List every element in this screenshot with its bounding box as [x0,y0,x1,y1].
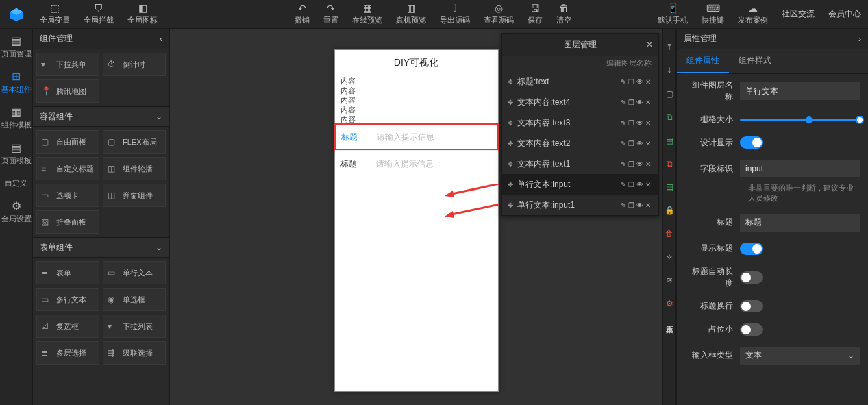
text-content-0[interactable]: 内容 [335,76,498,86]
top-重置[interactable]: ↷重置 [317,0,345,29]
design-display-toggle[interactable] [740,136,763,149]
top-查看源码[interactable]: ◎查看源码 [477,0,521,29]
tab-component-style[interactable]: 组件样式 [729,49,781,73]
component-级联选择[interactable]: ⇶级联选择 [103,341,166,365]
component-单选框[interactable]: ◉单选框 [103,288,166,311]
top-发布案例[interactable]: ☁发布案例 [731,0,775,29]
component-自由面板[interactable]: ▢自由面板 [36,130,99,154]
rail-tool-1[interactable]: ⤓ [662,59,676,82]
layer-item-ops[interactable]: ✎❐👁✕ [621,201,653,209]
component-label: 自由面板 [56,137,86,147]
text-content-3[interactable]: 内容 [335,105,498,114]
top-全局变量[interactable]: ⬚全局变量 [33,0,77,29]
layer-item-5[interactable]: ✥单行文本:input✎❐👁✕ [502,174,658,195]
rail-tool-2[interactable]: ▢ [662,82,676,106]
layer-item-ops[interactable]: ✎❐👁✕ [621,99,653,106]
rail-tool-0[interactable]: ⤒ [662,36,676,59]
layer-item-name: 单行文本:input [517,179,621,191]
component-倒计时[interactable]: ⏱倒计时 [103,53,166,76]
页面管理-icon: ▤ [0,34,33,47]
component-FLEX布局[interactable]: ▢FLEX布局 [103,130,166,154]
text-content-1[interactable]: 内容 [335,86,498,95]
rail-tool-4[interactable]: ▤ [662,129,676,152]
top-link-会员中心[interactable]: 会员中心 [821,8,868,20]
group-表单组件[interactable]: 表单组件⌄ [33,237,169,258]
component-组件轮播[interactable]: ◫组件轮播 [103,157,166,180]
rail-全局设置[interactable]: ⚙全局设置 [0,194,33,230]
expand-icon[interactable]: › [858,34,861,44]
layer-name-input[interactable] [740,82,860,100]
layer-item-6[interactable]: ✥单行文本:input1✎❐👁✕ [502,195,658,215]
title-wrap-toggle[interactable] [740,300,763,312]
layer-item-ops[interactable]: ✎❐👁✕ [621,160,653,168]
component-下拉列表[interactable]: ▾下拉列表 [103,315,166,338]
group-容器组件[interactable]: 容器组件⌄ [33,106,169,127]
top-保存[interactable]: 🖫保存 [521,0,549,29]
rail-tool-5[interactable]: ⧉ [662,152,676,175]
layer-item-1[interactable]: ✥文本内容:text4✎❐👁✕ [502,92,658,112]
component-腾讯地图[interactable]: 📍腾讯地图 [36,79,99,103]
rail-tool-7[interactable]: 🔒 [662,199,676,222]
input-row-0[interactable]: 标题请输入提示信息 [334,123,499,151]
grid-slider[interactable] [740,119,860,121]
component-label: 多行文本 [56,295,86,305]
top-快捷键[interactable]: ⌨快捷键 [695,0,731,29]
top-导出源码[interactable]: ⇩导出源码 [433,0,477,29]
layer-item-ops[interactable]: ✎❐👁✕ [621,119,653,127]
top-真机预览[interactable]: ▥真机预览 [389,0,433,29]
component-选项卡[interactable]: ▭选项卡 [36,184,99,207]
layer-item-3[interactable]: ✥文本内容:text2✎❐👁✕ [502,133,658,154]
placeholder-small-toggle[interactable] [740,323,763,336]
text-content-4[interactable]: 内容 [335,114,498,124]
rail-基本组件[interactable]: ⊞基本组件 [0,64,33,100]
component-表单[interactable]: ≣表单 [36,261,99,284]
component-单行文本[interactable]: ▭单行文本 [103,261,166,284]
top-全局图标[interactable]: ◧全局图标 [121,0,164,29]
top-link-社区交流[interactable]: 社区交流 [775,8,821,20]
rail-tool-9[interactable]: ✧ [662,245,676,269]
field-id-input[interactable] [740,160,860,177]
rail-tool-11[interactable]: ⚙ [662,292,676,315]
top-撤销[interactable]: ↶撤销 [288,0,317,29]
top-全局拦截[interactable]: ⛉全局拦截 [77,0,121,29]
phone-frame: DIY可视化 内容内容内容内容内容 标题请输入提示信息标题请输入提示信息 [334,49,499,392]
component-弹窗组件[interactable]: ◫弹窗组件 [103,184,166,207]
rail-页面模板[interactable]: ▤页面模板 [0,136,33,171]
show-title-toggle[interactable] [740,243,763,255]
layer-item-ops[interactable]: ✎❐👁✕ [621,78,653,86]
input-row-1[interactable]: 标题请输入提示信息 [335,150,498,177]
rail-组件模板[interactable]: ▦组件模板 [0,100,33,136]
component-下拉菜单[interactable]: ▾下拉菜单 [36,53,99,76]
left-rail: ▤页面管理⊞基本组件▦组件模板▤页面模板自定义⚙全局设置 [0,29,33,405]
collapse-icon[interactable]: ‹ [160,34,162,44]
close-icon[interactable]: ✕ [646,40,653,49]
input-type-select[interactable]: 文本 ⌄ [740,347,860,365]
prop-label-title: 标题 [685,217,733,228]
tab-component-props[interactable]: 组件属性 [677,49,729,73]
rail-tool-8[interactable]: 🗑 [662,222,676,245]
component-折叠面板[interactable]: ▧折叠面板 [36,210,99,234]
折叠面板-icon: ▧ [41,217,52,227]
component-复选框[interactable]: ☑复选框 [36,315,99,338]
top-默认手机[interactable]: 📱默认手机 [651,0,695,29]
top-清空[interactable]: 🗑清空 [549,0,578,29]
component-多层选择[interactable]: ≣多层选择 [36,341,99,365]
text-content-2[interactable]: 内容 [335,95,498,105]
component-自定义标题[interactable]: ≡自定义标题 [36,157,99,180]
title-input[interactable] [740,214,860,232]
rail-tool-6[interactable]: ▤ [662,175,676,199]
top-在线预览[interactable]: ▦在线预览 [345,0,389,29]
layer-item-2[interactable]: ✥文本内容:text3✎❐👁✕ [502,112,658,133]
rail-tool-10[interactable]: ≋ [662,269,676,292]
rail-页面管理[interactable]: ▤页面管理 [0,29,33,64]
rail-自定义[interactable]: 自定义 [0,171,33,194]
清空-icon: 🗑 [559,3,569,14]
component-panel-title: 组件管理 [40,33,73,45]
rail-tool-3[interactable]: ⧉ [662,106,676,129]
component-多行文本[interactable]: ▭多行文本 [36,288,99,311]
layer-item-ops[interactable]: ✎❐👁✕ [621,181,653,188]
layer-item-0[interactable]: ✥标题:text✎❐👁✕ [502,71,658,92]
layer-item-4[interactable]: ✥文本内容:text1✎❐👁✕ [502,154,658,174]
title-autolen-toggle[interactable] [740,271,763,284]
layer-item-ops[interactable]: ✎❐👁✕ [621,140,653,147]
